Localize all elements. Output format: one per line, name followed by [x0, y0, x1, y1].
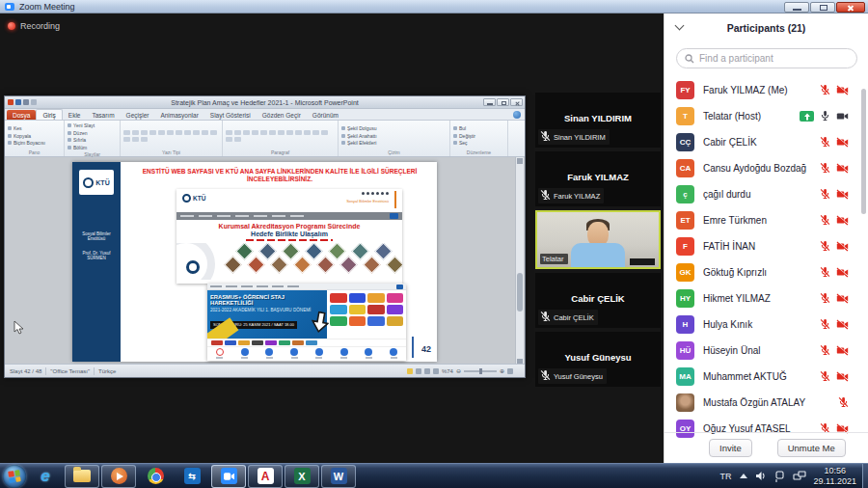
avatar: F [676, 237, 694, 256]
language-indicator[interactable]: TR [720, 472, 732, 481]
chevron-down-icon[interactable] [675, 21, 685, 31]
video-tile-name: Faruk YILMAZ [535, 171, 661, 181]
video-tile-sinan-yildirim[interactable]: Sinan YILDIRIM Sinan YILDIRIM [535, 93, 661, 148]
participant-row[interactable]: HHulya Kınık [665, 312, 862, 338]
ribbon-group-yazı-tipi[interactable]: Yazı Tipi [121, 121, 223, 156]
ribbon-button[interactable]: Değiştir [453, 133, 504, 139]
ribbon-button[interactable]: Yeni Slayt [68, 122, 117, 128]
taskbar-button-teamviewer[interactable]: ⇆ [175, 465, 209, 488]
taskbar-button-internet-explorer[interactable]: e [28, 465, 63, 488]
taskbar-button-excel[interactable]: X [285, 465, 319, 488]
maximize-button[interactable] [810, 2, 835, 13]
normal-view-icon[interactable] [407, 368, 413, 374]
ribbon-button[interactable]: Biçim Boyacısı [8, 140, 61, 146]
ribbon-group-paragraf[interactable]: Paragraf [223, 121, 339, 156]
participant-search[interactable] [676, 48, 857, 68]
show-desktop-button[interactable] [862, 464, 868, 488]
ppt-scrollbar[interactable] [515, 157, 524, 366]
ppt-close-button[interactable] [510, 98, 523, 106]
taskbar-button-chrome[interactable] [138, 465, 173, 488]
taskbar-button-file-explorer[interactable] [65, 465, 99, 488]
taskbar-button-zoom[interactable] [211, 465, 246, 488]
ribbon-group-pano[interactable]: KesKopyalaBiçim BoyacısıPano [5, 121, 65, 156]
ppt-tab-gözden-geçir[interactable]: Gözden Geçir [257, 110, 307, 120]
zoom-in-icon[interactable]: ⊕ [500, 367, 504, 374]
ppt-tab-görünüm[interactable]: Görünüm [307, 110, 344, 120]
participant-row[interactable]: CÇCabir ÇELİK [665, 129, 862, 155]
ppt-minimize-button[interactable] [483, 98, 496, 106]
taskbar-button-powerpoint[interactable] [101, 465, 136, 488]
participant-row[interactable]: ETEmre Türkmen [665, 207, 862, 233]
ribbon-button[interactable]: Kes [8, 125, 61, 131]
ppt-tab-dosya[interactable]: Dosya [7, 110, 36, 120]
participant-name: Göktuğ Kıprızlı [703, 267, 767, 278]
ppt-tab-animasyonlar[interactable]: Animasyonlar [154, 110, 203, 120]
camera-off-icon [836, 293, 849, 304]
ppt-tab-tasarım[interactable]: Tasarım [86, 110, 120, 120]
ribbon-button[interactable]: Kopyala [8, 133, 61, 139]
ribbon-button[interactable]: Şekil Dolgusu [341, 125, 447, 131]
taskbar-button-word[interactable]: W [321, 465, 356, 488]
ribbon-group-çizim[interactable]: Şekil DolgusuŞekil AnahattıŞekil Efektle… [339, 121, 450, 156]
participant-row[interactable]: CACansu Aydoğdu Bozdağ [665, 155, 862, 181]
help-icon[interactable] [513, 111, 521, 119]
participant-row[interactable]: Mustafa Özgün ATALAY [665, 390, 862, 416]
ppt-tab-ekle[interactable]: Ekle [63, 110, 87, 120]
speaker-icon[interactable] [755, 471, 767, 481]
status-theme: "Office Teması" [50, 368, 90, 374]
participant-row[interactable]: HÜHüseyin Ünal [665, 338, 862, 364]
search-input[interactable] [699, 53, 834, 64]
participant-row[interactable]: MAMuhammet AKTUĞ [665, 364, 862, 390]
taskbar-clock[interactable]: 10:56 29.11.2021 [814, 466, 856, 487]
reading-view-icon[interactable] [424, 368, 430, 374]
tray-date: 29.11.2021 [814, 476, 856, 487]
avatar: FY [676, 81, 694, 99]
taskbar-button-acrobat[interactable]: A [248, 465, 283, 488]
ribbon-button[interactable]: Sıfırla [68, 137, 117, 143]
participant-row[interactable]: HYHikmet YILMAZ [665, 285, 862, 312]
participant-row[interactable]: TTelatar (Host) [665, 103, 862, 129]
unmute-me-button[interactable]: Unmute Me [777, 439, 846, 457]
mic-muted-icon [540, 311, 551, 322]
ribbon-button[interactable]: Şekil Anahattı [341, 133, 447, 139]
invite-button[interactable]: Invite [709, 439, 752, 457]
participant-row[interactable]: GKGöktuğ Kıprızlı [665, 259, 862, 285]
zoom-out-icon[interactable]: ⊖ [456, 367, 461, 374]
hidden-icons-chevron[interactable] [740, 474, 747, 478]
ribbon-button[interactable]: Şekil Efektleri [341, 140, 447, 146]
ribbon-group-slaytlar[interactable]: Yeni SlaytDüzenSıfırlaBölümSlaytlar [65, 121, 121, 156]
video-tile-label: Cabir ÇELİK [554, 313, 594, 322]
participant-row[interactable]: FYFaruk YILMAZ (Me) [665, 77, 862, 103]
ribbon-button[interactable]: Seç [453, 140, 504, 146]
participant-row[interactable]: FFATİH İNAN [665, 233, 862, 259]
start-button[interactable] [3, 465, 26, 488]
participant-name: çağıl durdu [703, 189, 750, 200]
close-button[interactable] [836, 2, 865, 13]
action-center-icon[interactable] [774, 471, 785, 482]
video-tile-telatar[interactable]: Telatar [535, 210, 661, 269]
fit-window-icon[interactable] [507, 368, 513, 374]
slideshow-view-icon[interactable] [433, 368, 439, 374]
participant-row[interactable]: ççağıl durdu [665, 181, 862, 207]
sorter-view-icon[interactable] [416, 368, 421, 374]
ribbon-button[interactable]: Bul [453, 125, 504, 131]
slide-org-text: Sosyal Bilimler Enstitüsü [75, 231, 118, 241]
camera-off-icon [836, 85, 849, 95]
ppt-tab-giriş[interactable]: Giriş [36, 109, 62, 120]
participants-scrollbar[interactable] [861, 77, 867, 446]
minimize-button[interactable] [784, 2, 809, 13]
ppt-restore-button[interactable] [497, 98, 509, 106]
video-tile-cabir-çeli̇k[interactable]: Cabir ÇELİK Cabir ÇELİK [535, 273, 661, 328]
ribbon-group-düzenleme[interactable]: BulDeğiştirSeçDüzenleme [450, 121, 508, 156]
ppt-tab-slayt-gösterisi[interactable]: Slayt Gösterisi [204, 110, 257, 120]
video-tile-faruk-yilmaz[interactable]: Faruk YILMAZ Faruk YILMAZ [535, 151, 661, 206]
slide-number: 42 [421, 344, 431, 354]
ppt-tab-geçişler[interactable]: Geçişler [121, 110, 155, 120]
network-icon[interactable] [793, 471, 806, 481]
ribbon-button[interactable]: Düzen [68, 130, 117, 136]
status-language[interactable]: Türkçe [98, 368, 116, 374]
video-tile-yusuf-güneysu[interactable]: Yusuf Güneysu Yusuf Güneysu [535, 332, 661, 387]
zoom-slider[interactable] [464, 370, 497, 372]
ppt-ribbon: KesKopyalaBiçim BoyacısıPanoYeni SlaytDü… [5, 121, 525, 157]
mic-muted-icon [838, 396, 849, 408]
